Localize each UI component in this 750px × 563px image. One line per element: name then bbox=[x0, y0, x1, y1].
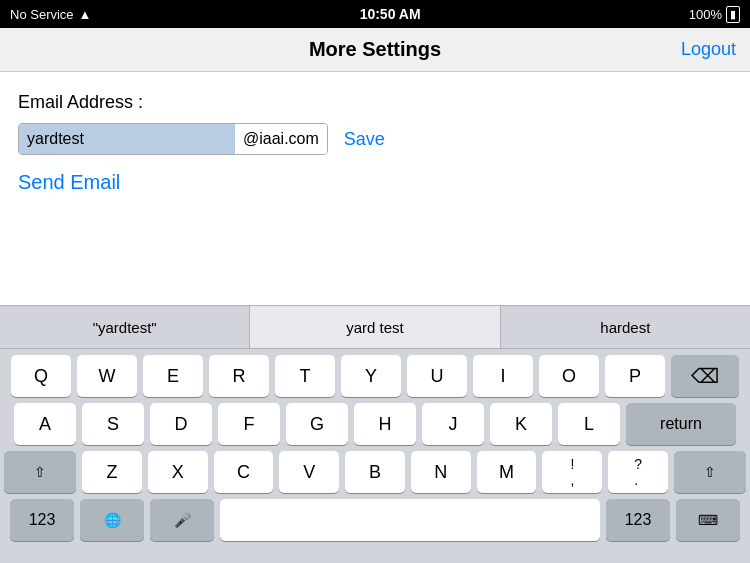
keyboard-dismiss-key[interactable]: ⌨ bbox=[676, 499, 740, 541]
page-title: More Settings bbox=[309, 38, 441, 61]
key-S[interactable]: S bbox=[82, 403, 144, 445]
key-T[interactable]: T bbox=[275, 355, 335, 397]
key-G[interactable]: G bbox=[286, 403, 348, 445]
key-Y[interactable]: Y bbox=[341, 355, 401, 397]
key-F[interactable]: F bbox=[218, 403, 280, 445]
status-left: No Service ▲ bbox=[10, 7, 91, 22]
key-Z[interactable]: Z bbox=[82, 451, 142, 493]
email-row: @iaai.com Save bbox=[18, 123, 732, 155]
keyboard-row-2: A S D F G H J K L return bbox=[4, 403, 746, 445]
status-time: 10:50 AM bbox=[360, 6, 421, 22]
key-R[interactable]: R bbox=[209, 355, 269, 397]
email-address-label: Email Address : bbox=[18, 92, 732, 113]
main-content: Email Address : @iaai.com Save Send Emai… bbox=[0, 72, 750, 204]
autocomplete-bar: "yardtest" yard test hardest bbox=[0, 305, 750, 349]
num-key-left[interactable]: 123 bbox=[10, 499, 74, 541]
battery-text: 100% bbox=[689, 7, 722, 22]
save-button[interactable]: Save bbox=[336, 125, 393, 154]
key-K[interactable]: K bbox=[490, 403, 552, 445]
key-N[interactable]: N bbox=[411, 451, 471, 493]
key-B[interactable]: B bbox=[345, 451, 405, 493]
autocomplete-item-1[interactable]: yard test bbox=[250, 306, 500, 348]
return-key[interactable]: return bbox=[626, 403, 736, 445]
key-E[interactable]: E bbox=[143, 355, 203, 397]
wifi-icon: ▲ bbox=[79, 7, 92, 22]
nav-bar: More Settings Logout bbox=[0, 28, 750, 72]
key-A[interactable]: A bbox=[14, 403, 76, 445]
key-P[interactable]: P bbox=[605, 355, 665, 397]
globe-key[interactable]: 🌐 bbox=[80, 499, 144, 541]
key-Q[interactable]: Q bbox=[11, 355, 71, 397]
battery-icon: ▮ bbox=[726, 6, 740, 23]
status-right: 100% ▮ bbox=[689, 6, 740, 23]
num-key-right[interactable]: 123 bbox=[606, 499, 670, 541]
logout-button[interactable]: Logout bbox=[681, 39, 736, 60]
delete-key[interactable]: ⌫ bbox=[671, 355, 739, 397]
key-M[interactable]: M bbox=[477, 451, 537, 493]
shift-left-key[interactable]: ⇧ bbox=[4, 451, 76, 493]
autocomplete-text-2: hardest bbox=[600, 319, 650, 336]
mic-key[interactable]: 🎤 bbox=[150, 499, 214, 541]
key-C[interactable]: C bbox=[214, 451, 274, 493]
key-V[interactable]: V bbox=[279, 451, 339, 493]
email-domain-text: @iaai.com bbox=[235, 124, 327, 154]
autocomplete-text-0: "yardtest" bbox=[93, 319, 157, 336]
key-U[interactable]: U bbox=[407, 355, 467, 397]
key-exclaim-comma[interactable]: !, bbox=[542, 451, 602, 493]
key-I[interactable]: I bbox=[473, 355, 533, 397]
key-J[interactable]: J bbox=[422, 403, 484, 445]
keyboard-bottom-row: 123 🌐 🎤 123 ⌨ bbox=[4, 499, 746, 541]
autocomplete-item-0[interactable]: "yardtest" bbox=[0, 306, 250, 348]
send-email-link[interactable]: Send Email bbox=[18, 171, 732, 194]
key-O[interactable]: O bbox=[539, 355, 599, 397]
key-W[interactable]: W bbox=[77, 355, 137, 397]
email-input-wrapper[interactable]: @iaai.com bbox=[18, 123, 328, 155]
key-L[interactable]: L bbox=[558, 403, 620, 445]
keyboard: Q W E R T Y U I O P ⌫ A S D F G H J K L … bbox=[0, 349, 750, 563]
space-key[interactable] bbox=[220, 499, 600, 541]
carrier-text: No Service bbox=[10, 7, 74, 22]
autocomplete-item-2[interactable]: hardest bbox=[501, 306, 750, 348]
shift-right-key[interactable]: ⇧ bbox=[674, 451, 746, 493]
autocomplete-text-1: yard test bbox=[346, 319, 404, 336]
keyboard-row-1: Q W E R T Y U I O P ⌫ bbox=[4, 355, 746, 397]
keyboard-row-3: ⇧ Z X C V B N M !, ?. ⇧ bbox=[4, 451, 746, 493]
key-H[interactable]: H bbox=[354, 403, 416, 445]
status-bar: No Service ▲ 10:50 AM 100% ▮ bbox=[0, 0, 750, 28]
email-username-input[interactable] bbox=[19, 124, 235, 154]
key-D[interactable]: D bbox=[150, 403, 212, 445]
key-question-period[interactable]: ?. bbox=[608, 451, 668, 493]
key-X[interactable]: X bbox=[148, 451, 208, 493]
